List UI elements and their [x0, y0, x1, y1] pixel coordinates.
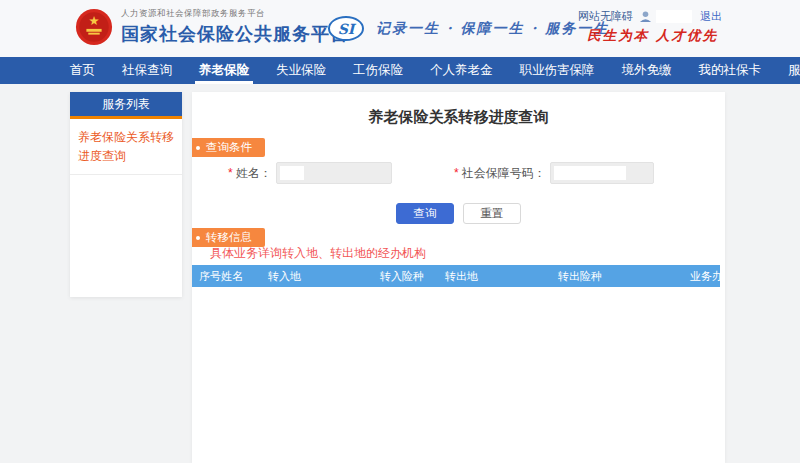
- user-avatar-icon: [639, 10, 652, 23]
- col-transfer-out: 转出地: [445, 265, 478, 287]
- sidebar-title: 服务列表: [70, 92, 182, 119]
- transfer-note: 具体业务详询转入地、转出地的经办机构: [210, 245, 426, 262]
- col-process-status: 业务办理情况: [690, 265, 720, 287]
- nav-item-shebao-query[interactable]: 社保查询: [122, 57, 172, 84]
- username-redacted: [656, 10, 692, 23]
- col-name: 姓名: [221, 265, 243, 287]
- main-panel: 养老保险关系转移进度查询 查询条件 * 姓名： * 社会保障号码： 查询 重置 …: [192, 92, 725, 463]
- nav-item-injury[interactable]: 工伤保险: [353, 57, 403, 84]
- site-title: 国家社会保险公共服务平台: [121, 22, 349, 46]
- col-seq: 序号: [199, 265, 221, 287]
- section-tag-query-label: 查询条件: [206, 140, 252, 155]
- bullet-dot-icon: [196, 146, 200, 150]
- ministry-line: 人力资源和社会保障部政务服务平台: [121, 8, 349, 20]
- reset-button[interactable]: 重置: [463, 203, 521, 224]
- user-toolbar: 网站无障碍 退出: [578, 9, 722, 24]
- nav-item-unemployment[interactable]: 失业保险: [276, 57, 326, 84]
- logo-group: ★ 人力资源和社会保障部政务服务平台 国家社会保险公共服务平台: [75, 8, 349, 46]
- service-sidebar: 服务列表 养老保险关系转移进度查询: [70, 92, 182, 297]
- name-input-wrap: [276, 162, 392, 184]
- query-button[interactable]: 查询: [396, 203, 454, 224]
- required-mark: *: [228, 166, 233, 180]
- name-value-redacted: [280, 166, 304, 180]
- col-transfer-in: 转入地: [268, 265, 301, 287]
- nav-item-occupational-injury[interactable]: 职业伤害保障: [520, 57, 595, 84]
- ssn-label: 社会保障号码：: [462, 165, 546, 182]
- ssn-field-group: * 社会保障号码：: [454, 162, 654, 184]
- nav-item-pension[interactable]: 养老保险: [199, 57, 249, 84]
- nav-item-personal-pension[interactable]: 个人养老金: [430, 57, 493, 84]
- query-form: * 姓名： * 社会保障号码：: [192, 162, 725, 186]
- col-in-insurance: 转入险种: [380, 265, 424, 287]
- motto-calligraphy: 民生为本 人才优先: [587, 27, 718, 45]
- nav-item-guide[interactable]: 服务指南: [788, 57, 800, 84]
- sidebar-item-transfer-progress[interactable]: 养老保险关系转移进度查询: [70, 119, 182, 175]
- button-row: 查询 重置: [192, 203, 725, 224]
- svg-text:★: ★: [88, 14, 99, 28]
- nav-item-overseas-exemption[interactable]: 境外免缴: [622, 57, 672, 84]
- col-out-insurance: 转出险种: [558, 265, 602, 287]
- site-title-block: 人力资源和社会保障部政务服务平台 国家社会保险公共服务平台: [121, 8, 349, 46]
- ssn-value-redacted: [554, 166, 626, 180]
- nav-item-my-card[interactable]: 我的社保卡: [699, 57, 762, 84]
- ssn-input-wrap: [550, 162, 654, 184]
- page-title: 养老保险关系转移进度查询: [192, 108, 725, 127]
- si-logo-icon: SI: [328, 16, 364, 41]
- main-nav: 首页 社保查询 养老保险 失业保险 工伤保险 个人养老金 职业伤害保障 境外免缴…: [0, 57, 800, 84]
- nav-item-home[interactable]: 首页: [70, 57, 95, 84]
- section-tag-query: 查询条件: [192, 138, 265, 157]
- transfer-table-header: 序号 姓名 转入地 转入险种 转出地 转出险种 业务办理情况: [192, 265, 720, 287]
- name-label: 姓名：: [236, 165, 272, 182]
- brand-slogan: 记录一生 · 保障一生 · 服务一生: [376, 20, 609, 38]
- national-emblem-icon: ★: [75, 8, 113, 46]
- name-field-group: * 姓名：: [228, 162, 392, 184]
- logout-link[interactable]: 退出: [700, 9, 722, 24]
- si-brand-group: SI 记录一生 · 保障一生 · 服务一生: [328, 16, 609, 41]
- page-header: ★ 人力资源和社会保障部政务服务平台 国家社会保险公共服务平台 SI 记录一生 …: [0, 0, 800, 57]
- required-mark: *: [454, 166, 459, 180]
- section-tag-transfer-label: 转移信息: [206, 230, 252, 245]
- bullet-dot-icon: [196, 236, 200, 240]
- accessibility-link[interactable]: 网站无障碍: [578, 9, 633, 24]
